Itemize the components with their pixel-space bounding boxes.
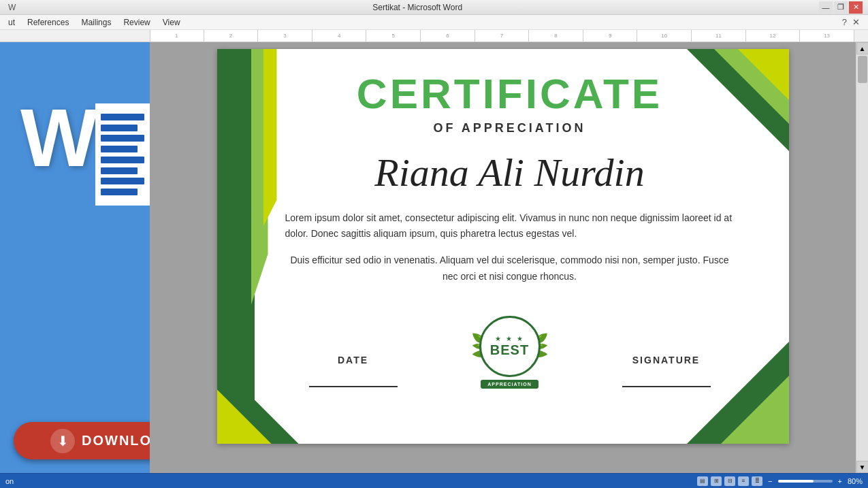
document-area[interactable]: CERTIFICATE OF APPRECIATION Riana Ali Nu…	[150, 42, 856, 473]
zoom-percentage: 80%	[848, 477, 863, 485]
web-view-icon[interactable]: ⊟	[724, 476, 735, 486]
ruler-tick: 2	[204, 30, 259, 42]
word-document-lines	[95, 103, 150, 206]
date-line	[309, 386, 398, 387]
menu-item-mailings[interactable]: Mailings	[76, 16, 116, 29]
badge-stars: ★ ★ ★	[495, 335, 524, 342]
certificate-subtitle: OF APPRECIATION	[285, 121, 735, 135]
word-line	[101, 189, 138, 195]
ruler-tick: 11	[692, 30, 746, 42]
zoom-slider[interactable]	[778, 480, 833, 483]
scroll-track[interactable]	[858, 54, 867, 461]
ruler-tick: 5	[366, 30, 421, 42]
ruler-tick: 1	[150, 30, 204, 42]
menu-bar: ut References Mailings Review View ? ✕	[0, 15, 868, 30]
page-status: on	[5, 477, 14, 485]
certificate-content: CERTIFICATE OF APPRECIATION Riana Ali Nu…	[217, 49, 789, 408]
word-line	[101, 114, 144, 120]
ruler-tick: 4	[312, 30, 367, 42]
ruler-tick: 7	[475, 30, 530, 42]
window-controls: — ❐ ✕	[819, 1, 863, 14]
word-line	[101, 146, 138, 152]
main-area: W ⬇ DOWNLOAD	[0, 42, 868, 473]
help-icon[interactable]: ?	[842, 17, 847, 27]
word-line	[101, 135, 144, 142]
badge-ribbon: APPRECIATION	[481, 380, 538, 389]
certificate-page: CERTIFICATE OF APPRECIATION Riana Ali Nu…	[217, 49, 789, 444]
status-bar: on ▤ ⊞ ⊟ ≡ ≣ − + 80%	[0, 473, 868, 488]
zoom-fill	[778, 480, 814, 483]
certificate-body-1: Lorem ipsum dolor sit amet, consectetur …	[285, 210, 735, 243]
appreciation-badge: 🌿 ★ ★ ★ BEST 🌿 APPRECIATION	[469, 306, 551, 387]
view-icons: ▤ ⊞ ⊟ ≡ ≣	[697, 476, 762, 486]
download-icon: ⬇	[50, 429, 75, 453]
certificate-footer: DATE 🌿 ★ ★ ★ BEST 🌿 APPRECIATION	[285, 306, 735, 387]
ruler: 1 2 3 4 5 6 7 8 9 10 11 12 13	[0, 30, 868, 42]
zoom-in-icon[interactable]: +	[838, 477, 842, 485]
certificate-body-2: Duis efficitur sed odio in venenatis. Al…	[285, 253, 735, 285]
menu-item-references[interactable]: References	[22, 16, 74, 29]
scroll-down-button[interactable]: ▼	[856, 461, 869, 473]
zoom-out-icon[interactable]: −	[768, 477, 772, 485]
ruler-tick: 6	[421, 30, 475, 42]
signature-col: SIGNATURE	[612, 355, 721, 387]
menu-item-view[interactable]: View	[157, 16, 186, 29]
date-label: DATE	[299, 355, 408, 365]
word-logo: W	[14, 97, 150, 219]
left-sidebar: W ⬇ DOWNLOAD	[0, 42, 150, 473]
date-col: DATE	[299, 355, 408, 387]
badge-circle: ★ ★ ★ BEST	[479, 316, 541, 377]
ruler-tick: 12	[746, 30, 801, 42]
word-line	[101, 178, 144, 184]
draft-view-icon[interactable]: ≣	[752, 476, 762, 486]
signature-line	[622, 386, 711, 387]
signature-label: SIGNATURE	[612, 355, 721, 365]
menu-right-icons: ? ✕	[842, 17, 865, 27]
status-right: ▤ ⊞ ⊟ ≡ ≣ − + 80%	[697, 476, 863, 486]
app-icon: W	[5, 3, 16, 12]
vertical-scrollbar[interactable]: ▲ ▼	[856, 42, 868, 473]
ruler-tick: 13	[800, 30, 854, 42]
ruler-tick: 3	[258, 30, 312, 42]
word-line	[101, 125, 138, 131]
ruler-tick: 10	[637, 30, 692, 42]
restore-button[interactable]: ❐	[834, 1, 848, 14]
word-line	[101, 157, 144, 163]
certificate-title: CERTIFICATE	[285, 69, 735, 118]
minimize-button[interactable]: —	[819, 1, 833, 14]
ribbon-close-icon[interactable]: ✕	[852, 17, 860, 27]
close-button[interactable]: ✕	[849, 1, 863, 14]
word-line	[101, 167, 138, 174]
recipient-name: Riana Ali Nurdin	[285, 149, 735, 197]
ruler-tick: 9	[583, 30, 638, 42]
word-letter: W	[20, 97, 97, 178]
scroll-thumb[interactable]	[858, 56, 867, 83]
print-view-icon[interactable]: ▤	[697, 476, 708, 486]
title-bar: W Sertikat - Microsoft Word — ❐ ✕	[0, 0, 868, 15]
ruler-numbers: 1 2 3 4 5 6 7 8 9 10 11 12 13	[150, 30, 854, 42]
window-title: Sertikat - Microsoft Word	[16, 3, 819, 12]
outline-icon[interactable]: ≡	[738, 476, 749, 486]
ruler-tick: 8	[529, 30, 583, 42]
scroll-up-button[interactable]: ▲	[856, 42, 869, 54]
badge-container: 🌿 ★ ★ ★ BEST 🌿 APPRECIATION	[455, 306, 564, 387]
badge-best-text: BEST	[490, 342, 529, 358]
menu-item-ut[interactable]: ut	[3, 16, 20, 29]
menu-item-review[interactable]: Review	[118, 16, 155, 29]
full-reading-icon[interactable]: ⊞	[711, 476, 722, 486]
